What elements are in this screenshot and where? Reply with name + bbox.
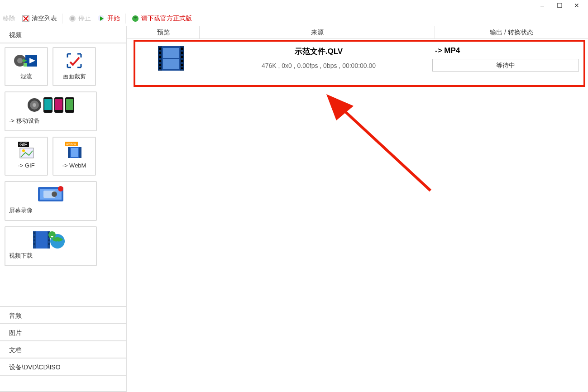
svg-rect-12 (24, 63, 27, 67)
crop-icon (53, 51, 95, 71)
col-header-output[interactable]: 输出 / 转换状态 (435, 26, 588, 38)
stop-label: 停止 (78, 14, 91, 23)
sidebar: 视频 混流 (0, 26, 127, 392)
tile-mobile[interactable]: -> 移动设备 (5, 91, 97, 131)
clearlist-icon (22, 14, 30, 23)
svg-rect-57 (159, 56, 161, 58)
tile-mobile-label: -> 移动设备 (5, 117, 96, 125)
clear-list-button[interactable]: 清空列表 (19, 14, 60, 24)
preview-thumbnail (137, 44, 205, 82)
tile-crop[interactable]: 画面裁剪 (53, 47, 96, 86)
svg-point-9 (17, 58, 23, 63)
svg-rect-47 (48, 239, 50, 241)
svg-rect-55 (159, 48, 161, 50)
svg-rect-54 (180, 46, 184, 71)
globe-icon (131, 14, 139, 23)
svg-rect-41 (33, 232, 35, 234)
queue-item[interactable]: 示范文件.QLV 476K , 0x0 , 0.00fps , 0bps , 0… (134, 40, 585, 87)
column-headers: 预览 来源 输出 / 转换状态 (127, 26, 588, 39)
col-header-preview[interactable]: 预览 (127, 26, 200, 38)
content-area: 预览 来源 输出 / 转换状态 (127, 26, 588, 392)
tile-video-download[interactable]: 视频下载 (5, 226, 97, 266)
tile-webm-label: -> WebM (53, 162, 95, 169)
filmstrip-icon (158, 46, 184, 71)
svg-rect-59 (159, 64, 161, 66)
tile-mix[interactable]: 混流 (5, 47, 48, 86)
category-list: 音频 图片 文档 设备\DVD\CD\ISO (0, 306, 126, 392)
svg-point-26 (22, 149, 25, 152)
col-header-source[interactable]: 来源 (200, 26, 435, 38)
svg-rect-18 (44, 99, 52, 110)
category-audio[interactable]: 音频 (0, 306, 126, 323)
mix-icon (5, 51, 47, 71)
svg-rect-20 (55, 99, 62, 110)
row-area: 示范文件.QLV 476K , 0x0 , 0.00fps , 0bps , 0… (127, 39, 588, 87)
svg-rect-62 (181, 52, 183, 54)
output-format: -> MP4 (432, 46, 582, 55)
toolbar: 移除 清空列表 停止 开始 请下载官方正式版 (0, 11, 588, 26)
gif-icon: GIF (5, 140, 47, 160)
svg-rect-67 (163, 48, 179, 58)
download-official-button[interactable]: 请下载官方正式版 (129, 14, 195, 24)
screen-record-icon (5, 185, 96, 205)
tile-mix-label: 混流 (5, 72, 47, 81)
webm-icon: webm (53, 140, 95, 160)
video-download-icon (5, 230, 96, 250)
svg-rect-32 (71, 148, 78, 157)
svg-rect-44 (33, 243, 35, 245)
mobile-icon (5, 95, 96, 115)
source-column: 示范文件.QLV 476K , 0x0 , 0.00fps , 0bps , 0… (205, 44, 432, 82)
output-column: -> MP4 等待中 (432, 44, 582, 82)
svg-line-69 (339, 106, 430, 191)
filename: 示范文件.QLV (295, 46, 343, 57)
remove-button[interactable]: 移除 (0, 14, 18, 24)
minimize-button[interactable]: – (536, 2, 548, 9)
svg-rect-68 (163, 59, 179, 69)
category-more[interactable] (0, 375, 126, 392)
tile-video-download-label: 视频下载 (5, 252, 96, 260)
tile-gif[interactable]: GIF -> GIF (5, 137, 48, 176)
svg-rect-56 (159, 52, 161, 54)
svg-rect-4 (71, 17, 74, 20)
svg-text:webm: webm (66, 142, 76, 146)
svg-point-16 (33, 103, 36, 107)
svg-rect-58 (159, 60, 161, 62)
svg-rect-63 (181, 56, 183, 58)
tile-webm[interactable]: webm -> WebM (53, 137, 96, 176)
tile-screen-record[interactable]: 屏幕录像 (5, 181, 97, 221)
start-button[interactable]: 开始 (95, 14, 123, 24)
svg-rect-64 (181, 60, 183, 62)
svg-rect-61 (181, 48, 183, 50)
toolbar-divider-2 (125, 14, 126, 24)
tiles-area: 混流 画面裁剪 (0, 43, 126, 275)
maximize-button[interactable]: ☐ (554, 2, 565, 9)
svg-rect-53 (158, 46, 162, 71)
stop-icon (68, 14, 76, 23)
status-box[interactable]: 等待中 (432, 59, 579, 72)
stop-button[interactable]: 停止 (66, 14, 94, 24)
svg-rect-65 (181, 64, 183, 66)
svg-rect-42 (33, 236, 35, 238)
clear-list-label: 清空列表 (32, 14, 57, 23)
tile-crop-label: 画面裁剪 (53, 72, 95, 81)
category-image[interactable]: 图片 (0, 323, 126, 340)
svg-text:GIF: GIF (19, 142, 27, 147)
svg-rect-31 (79, 147, 81, 158)
svg-point-37 (58, 186, 63, 191)
category-document[interactable]: 文档 (0, 340, 126, 358)
svg-rect-22 (66, 99, 73, 110)
start-label: 开始 (107, 14, 120, 23)
sidebar-section-video[interactable]: 视频 (0, 26, 126, 43)
window-titlebar: – ☐ ✕ (0, 0, 588, 11)
svg-rect-48 (48, 243, 50, 245)
svg-rect-60 (159, 67, 161, 69)
category-device-disc[interactable]: 设备\DVD\CD\ISO (0, 358, 126, 375)
toolbar-divider (62, 14, 63, 24)
svg-marker-70 (326, 94, 354, 120)
download-official-label: 请下载官方正式版 (141, 14, 192, 23)
tile-gif-label: -> GIF (5, 162, 47, 169)
remove-label: 移除 (3, 14, 15, 23)
svg-rect-66 (181, 67, 183, 69)
close-button[interactable]: ✕ (571, 2, 583, 9)
start-icon (97, 14, 105, 23)
